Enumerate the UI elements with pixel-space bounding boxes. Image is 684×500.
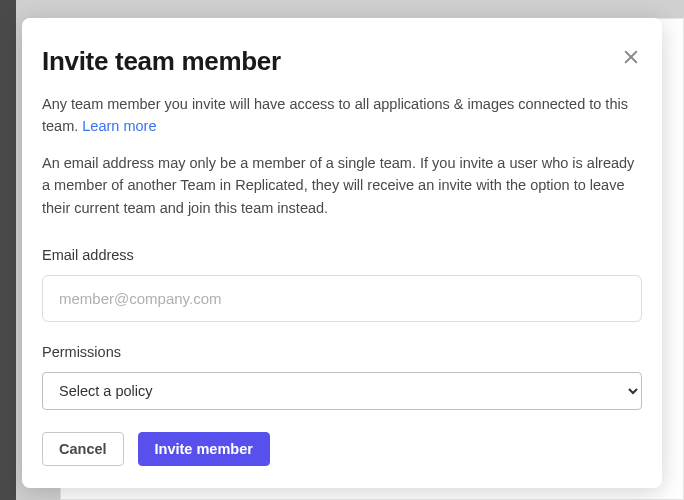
permissions-label: Permissions (42, 344, 642, 360)
close-icon (622, 48, 640, 69)
modal-header: Invite team member (42, 46, 642, 77)
modal-title: Invite team member (42, 46, 281, 77)
cancel-button[interactable]: Cancel (42, 432, 124, 466)
backdrop-stripe (0, 0, 16, 500)
email-field[interactable] (42, 275, 642, 322)
invite-member-modal: Invite team member Any team member you i… (22, 18, 662, 488)
email-label: Email address (42, 247, 642, 263)
modal-note: An email address may only be a member of… (42, 152, 642, 219)
permissions-select[interactable]: Select a policy (42, 372, 642, 410)
invite-member-button[interactable]: Invite member (138, 432, 270, 466)
close-button[interactable] (620, 46, 642, 71)
modal-description: Any team member you invite will have acc… (42, 93, 642, 138)
learn-more-link[interactable]: Learn more (82, 118, 156, 134)
button-row: Cancel Invite member (42, 432, 642, 466)
